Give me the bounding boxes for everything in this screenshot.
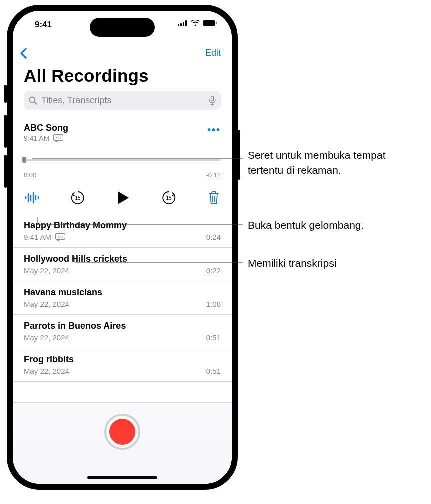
svg-rect-5 (204, 21, 214, 26)
svg-rect-1 (180, 24, 182, 26)
cellular-icon (178, 20, 188, 26)
battery-icon (203, 20, 217, 26)
callout-waveform: Buka bentuk gelombang. (248, 218, 428, 233)
svg-rect-6 (216, 22, 217, 24)
wifi-icon (191, 20, 200, 26)
status-icons (178, 20, 217, 26)
callout-scrubber: Seret untuk membuka tempat tertentu di r… (248, 148, 418, 178)
dynamic-island (90, 18, 155, 37)
leaders (0, 0, 431, 504)
svg-rect-0 (178, 24, 180, 26)
svg-rect-2 (183, 22, 184, 26)
status-time: 9:41 (35, 20, 52, 30)
svg-rect-3 (186, 20, 187, 26)
callout-transcript: Memiliki transkripsi (248, 256, 418, 271)
home-indicator (88, 476, 158, 479)
